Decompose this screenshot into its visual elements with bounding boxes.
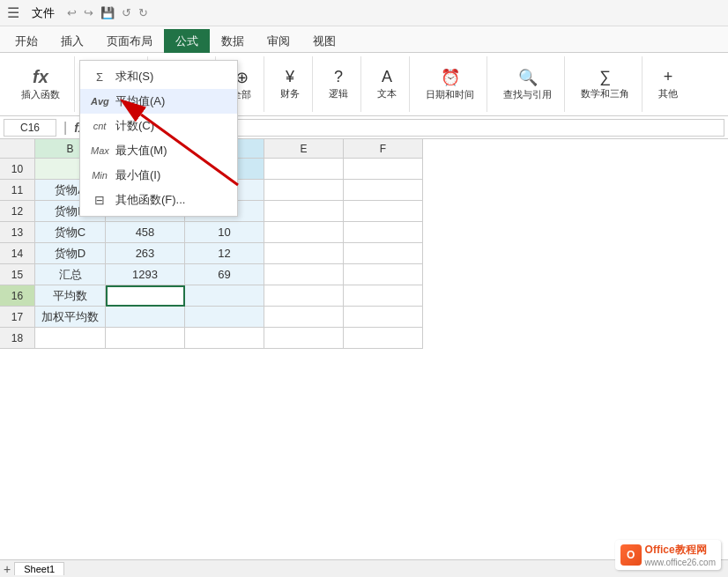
- watermark-line2: www.office26.com: [645, 558, 716, 567]
- lookup-label: 查找与引用: [503, 88, 552, 101]
- cell-c15[interactable]: 1293: [106, 264, 185, 285]
- table-row: 15 汇总 1293 69: [0, 264, 728, 285]
- table-row: 16 平均数: [0, 285, 728, 307]
- cell-f12[interactable]: [344, 201, 423, 222]
- row-num-10: 10: [0, 159, 35, 180]
- text-label: 文本: [377, 87, 397, 100]
- math-group: ∑ 数学和三角: [568, 56, 643, 112]
- finance-icon: ¥: [286, 68, 294, 86]
- sum-label: 求和(S): [115, 69, 153, 85]
- dropdown-max[interactable]: Max 最大值(M): [80, 138, 237, 163]
- undo-icon[interactable]: ↩: [67, 6, 77, 19]
- logic-button[interactable]: ? 逻辑: [323, 65, 353, 103]
- dropdown-other[interactable]: ⊟ 其他函数(F)...: [80, 188, 237, 212]
- cell-e15[interactable]: [264, 264, 344, 285]
- tab-formula[interactable]: 公式: [164, 29, 210, 53]
- row-num-13: 13: [0, 222, 35, 243]
- text-group: A 文本: [365, 56, 410, 112]
- row-num-14: 14: [0, 243, 35, 264]
- cell-f13[interactable]: [344, 222, 423, 243]
- finance-group: ¥ 财务: [268, 56, 313, 112]
- cell-d13[interactable]: 10: [185, 222, 264, 243]
- cell-d14[interactable]: 12: [185, 243, 264, 264]
- watermark-text: Office教程网 www.office26.com: [645, 543, 716, 567]
- max-icon: Max: [91, 145, 108, 156]
- tab-insert[interactable]: 插入: [49, 29, 95, 53]
- cell-e14[interactable]: [264, 243, 344, 264]
- col-header-e: E: [264, 139, 344, 159]
- datetime-button[interactable]: ⏰ 日期和时间: [420, 65, 479, 104]
- cell-d15[interactable]: 69: [185, 264, 264, 285]
- dropdown-min[interactable]: Min 最小值(I): [80, 163, 237, 188]
- cell-f14[interactable]: [344, 243, 423, 264]
- office-logo: O: [620, 544, 642, 566]
- save-icon[interactable]: 💾: [100, 6, 115, 19]
- other-label: 其他函数(F)...: [115, 192, 185, 208]
- lookup-button[interactable]: 🔍 查找与引用: [498, 65, 557, 104]
- cell-ref-input[interactable]: [4, 119, 56, 137]
- cell-e13[interactable]: [264, 222, 344, 243]
- row-num-17: 17: [0, 307, 35, 328]
- cell-c16[interactable]: [106, 285, 185, 307]
- cell-b16[interactable]: 平均数: [35, 285, 106, 307]
- cell-f15[interactable]: [344, 264, 423, 285]
- finance-button[interactable]: ¥ 财务: [275, 65, 305, 103]
- cell-b13[interactable]: 货物C: [35, 222, 106, 243]
- cell-f11[interactable]: [344, 180, 423, 201]
- menu-icon[interactable]: ☰: [7, 4, 19, 21]
- sheet-tab-1[interactable]: Sheet1: [14, 562, 64, 575]
- cell-b14[interactable]: 货物D: [35, 243, 106, 264]
- add-sheet-btn[interactable]: +: [4, 562, 11, 576]
- tab-start[interactable]: 开始: [4, 29, 49, 53]
- col-header-f: F: [344, 139, 423, 159]
- cell-c13[interactable]: 458: [106, 222, 185, 243]
- cell-e18[interactable]: [264, 328, 344, 349]
- row-num-18: 18: [0, 328, 35, 349]
- datetime-label: 日期和时间: [426, 88, 474, 101]
- more-label: 其他: [658, 87, 678, 100]
- logic-icon: ?: [334, 68, 343, 86]
- file-menu[interactable]: 文件: [26, 4, 60, 23]
- cell-f16[interactable]: [344, 285, 423, 307]
- math-button[interactable]: ∑ 数学和三角: [576, 65, 635, 103]
- cell-e16[interactable]: [264, 285, 344, 307]
- cell-b17[interactable]: 加权平均数: [35, 307, 106, 328]
- cell-d16[interactable]: [185, 285, 264, 307]
- cell-e10[interactable]: [264, 159, 344, 180]
- cell-f10[interactable]: [344, 159, 423, 180]
- cell-f18[interactable]: [344, 328, 423, 349]
- row-num-12: 12: [0, 201, 35, 222]
- cell-c17[interactable]: [106, 307, 185, 328]
- tab-pagelayout[interactable]: 页面布局: [95, 29, 164, 53]
- cell-c14[interactable]: 263: [106, 243, 185, 264]
- text-button[interactable]: A 文本: [372, 65, 402, 103]
- tab-data[interactable]: 数据: [210, 29, 256, 53]
- cell-d18[interactable]: [185, 328, 264, 349]
- cell-b18[interactable]: [35, 328, 106, 349]
- bar-divider: |: [60, 120, 71, 136]
- redo2-icon[interactable]: ↻: [138, 6, 148, 19]
- dropdown-sum[interactable]: Σ 求和(S): [80, 64, 237, 89]
- dropdown-average[interactable]: Avg 平均值(A): [80, 89, 237, 114]
- more-button[interactable]: + 其他: [653, 65, 683, 103]
- insert-func-button[interactable]: fx 插入函数: [14, 62, 67, 107]
- cnt-label: 计数(C): [115, 118, 154, 134]
- table-row: 17 加权平均数: [0, 307, 728, 328]
- cell-e17[interactable]: [264, 307, 344, 328]
- cell-b15[interactable]: 汇总: [35, 264, 106, 285]
- insert-func-label: 插入函数: [21, 88, 60, 101]
- dropdown-count[interactable]: cnt 计数(C): [80, 114, 237, 138]
- redo-icon[interactable]: ↪: [84, 6, 93, 19]
- cell-e11[interactable]: [264, 180, 344, 201]
- max-label: 最大值(M): [115, 143, 167, 159]
- cell-d17[interactable]: [185, 307, 264, 328]
- finance-label: 财务: [280, 87, 300, 100]
- math-label: 数学和三角: [581, 87, 629, 100]
- corner-cell: [0, 139, 35, 159]
- cell-f17[interactable]: [344, 307, 423, 328]
- cell-c18[interactable]: [106, 328, 185, 349]
- cell-e12[interactable]: [264, 201, 344, 222]
- tab-review[interactable]: 审阅: [256, 29, 301, 53]
- tab-view[interactable]: 视图: [301, 29, 347, 53]
- refresh-icon[interactable]: ↺: [122, 6, 131, 19]
